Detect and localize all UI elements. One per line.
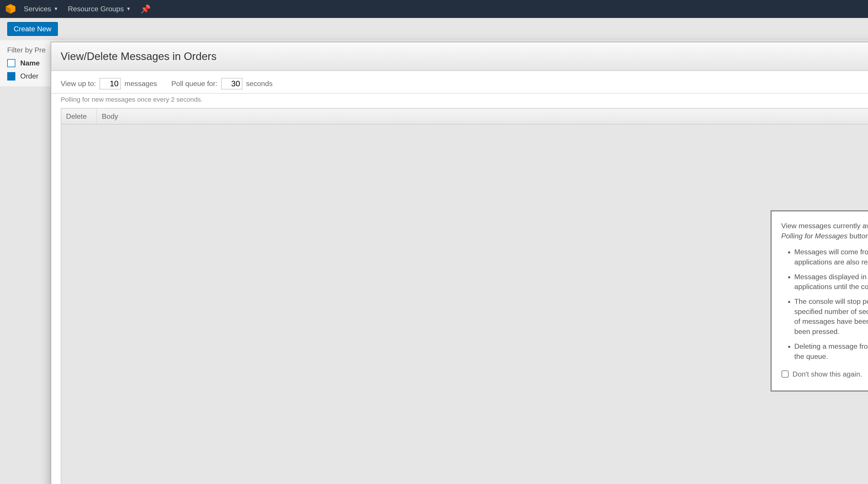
select-all-checkbox[interactable] [7,59,16,67]
pin-icon[interactable]: 📌 [140,4,151,14]
info-bullet-2: Messages displayed in the console will n… [794,272,868,292]
modal-title: View/Delete Messages in Orders [61,50,217,62]
info-bullet-1: Messages will come from the front of the… [794,247,868,267]
info-bullet-4: Deleting a message from the console perm… [794,341,868,362]
row-checkbox[interactable] [7,72,16,81]
dont-show-checkbox[interactable] [781,370,789,378]
poll-for-label: Poll queue for: [171,80,217,88]
nav-services-label: Services [24,5,51,13]
poll-for-input[interactable] [221,78,243,89]
caret-down-icon: ▼ [54,6,58,11]
info-bullet-3: The console will stop polling for messag… [794,296,868,337]
messages-table-header: Delete Body ▾ Size ▾ Sent ▾ Receive Coun… [61,108,868,124]
view-delete-messages-modal: View/Delete Messages in Orders ✕ View up… [51,42,868,484]
seconds-label: seconds [246,80,273,88]
name-column-header[interactable]: Name [20,59,40,67]
top-navbar: Services ▼ Resource Groups ▼ 📌 Your Name… [0,0,868,18]
th-body[interactable]: Body ▾ [97,109,868,124]
info-b3a: The console will stop polling for messag… [794,297,868,325]
info-intro-a: View messages currently available in the… [781,222,868,230]
dont-show-label: Don't show this again. [793,370,862,378]
polling-subtext: Polling for new messages once every 2 se… [51,93,868,108]
nav-resource-groups[interactable]: Resource Groups ▼ [68,5,131,13]
view-up-to-label: View up to: [61,80,96,88]
polling-info-box: View messages currently available in the… [771,210,868,392]
th-delete[interactable]: Delete [61,109,97,124]
messages-label: messages [124,80,157,88]
view-up-to-input[interactable] [99,78,121,89]
modal-header: View/Delete Messages in Orders ✕ [51,42,868,71]
create-new-button[interactable]: Create New [7,22,58,36]
nav-services[interactable]: Services ▼ [24,5,58,13]
main-area: Create New Filter by Pre Name Order item… [0,18,868,484]
modal-body: View messages currently available in the… [61,124,868,484]
th-body-label: Body [102,112,118,120]
queue-row-name[interactable]: Order [20,72,38,80]
dont-show-again[interactable]: Don't show this again. [781,370,862,378]
bg-toolbar: Create New [0,18,868,40]
info-intro-c: button. [849,232,868,240]
aws-logo-icon[interactable] [5,3,17,15]
filter-label: Filter by Pre [7,46,46,54]
modal-controls: View up to: messages Poll queue for: sec… [51,71,868,93]
caret-down-icon: ▼ [126,6,131,11]
info-intro: View messages currently available in the… [781,221,868,241]
nav-rg-label: Resource Groups [68,5,124,13]
